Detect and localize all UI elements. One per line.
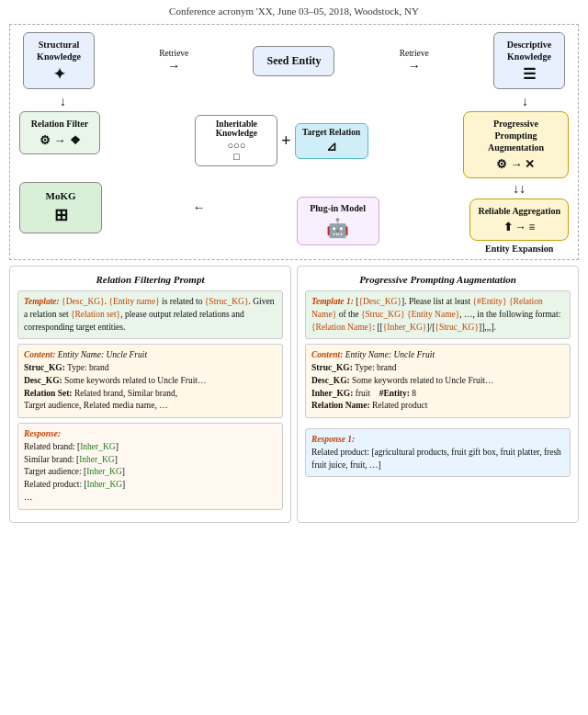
target-relation-label: Target Relation xyxy=(301,128,362,137)
retrieve-right-arrow: Retrieve → xyxy=(400,49,429,74)
ppa-box: Progressive PromptingAugmentation ⚙ → ✕ xyxy=(463,111,569,178)
left-relation-set-line: Relation Set: Related brand, Similar bra… xyxy=(24,389,177,398)
ppa-icon-2: ✕ xyxy=(525,157,535,172)
bottom-panels: Relation Filtering Prompt Template: {Des… xyxy=(9,266,579,523)
right-struc-line: Struc_KG: Type: brand xyxy=(311,363,397,372)
arrow-filter-icon: → xyxy=(54,133,66,148)
left-target-line: Target audience, Related media name, … xyxy=(24,401,168,410)
descriptive-knowledge-box: DescriptiveKnowledge ☰ xyxy=(493,32,565,89)
structural-knowledge-box: StructuralKnowledge ✦ xyxy=(23,32,95,89)
reliable-aggregation-box: Reliable Aggregation ⬆ → ≡ xyxy=(469,199,569,241)
right-content-section: Content: Entity Name: Uncle Fruit Struc_… xyxy=(305,344,571,418)
right-relation-line: Relation Name: Related product xyxy=(311,401,427,410)
plugin-model-label: Plug-in Model xyxy=(310,203,366,213)
left-content-text: Entity Name: Uncle Fruit xyxy=(58,350,147,359)
left-response-text: Related brand: [Inher_KG]Similar brand: … xyxy=(24,442,125,502)
left-content-label: Content: xyxy=(24,350,55,359)
target-relation-box: Target Relation ⊿ xyxy=(295,123,368,159)
retrieve-right-label: Retrieve xyxy=(400,49,429,58)
left-template-label: Template: xyxy=(24,297,60,306)
retrieve-left-arrow: Retrieve → xyxy=(159,49,188,74)
down-arrow-struct: ↓ xyxy=(60,95,66,109)
agg-icon-2: ≡ xyxy=(529,221,536,234)
descriptive-knowledge-icon: ☰ xyxy=(523,65,536,83)
reliable-aggregation-label: Reliable Aggregation xyxy=(478,205,560,217)
ppa-icon-1: ⚙ xyxy=(496,157,507,172)
retrieve-left-label: Retrieve xyxy=(159,49,188,58)
right-content-label: Content: xyxy=(311,350,343,359)
plugin-model-icon: 🤖 xyxy=(326,217,349,239)
arrow-right-2-icon: → xyxy=(408,59,421,74)
ppa-label: Progressive PromptingAugmentation xyxy=(471,118,560,153)
ppa-arrow-icon: → xyxy=(510,157,522,172)
descriptive-knowledge-label: DescriptiveKnowledge xyxy=(507,39,551,62)
seed-entity-box: Seed Entity xyxy=(253,46,334,76)
right-template1-label: Template 1: xyxy=(311,297,354,306)
left-panel-title: Relation Filtering Prompt xyxy=(17,274,283,285)
left-desc-line: Desc_KG: Some keywords related to Uncle … xyxy=(24,376,206,385)
mokg-box: MoKG ⊞ xyxy=(19,182,102,233)
relation-filter-label: Relation Filter xyxy=(31,118,88,130)
inheritable-knowledge-icon: ○○○□ xyxy=(201,140,271,162)
plugin-model-box: Plug-in Model 🤖 xyxy=(297,197,379,245)
page-header: Conference acronym 'XX, June 03–05, 2018… xyxy=(0,0,588,20)
left-panel: Relation Filtering Prompt Template: {Des… xyxy=(9,266,291,523)
right-response1-label: Response 1: xyxy=(311,435,355,444)
left-response-label: Response: xyxy=(24,429,61,438)
target-relation-icon: ⊿ xyxy=(301,139,362,154)
right-panel-title: Progressive Prompting Augmentation xyxy=(305,274,571,285)
right-response1-text: Related product: [agricultural products,… xyxy=(311,448,561,470)
relation-filter-box: Relation Filter ⚙ → ❖ xyxy=(19,111,100,154)
right-panel: Progressive Prompting Augmentation Templ… xyxy=(297,266,579,523)
left-template-section: Template: {Desc_KG}. {Entity name} is re… xyxy=(17,290,283,339)
down-arrow-desc: ↓ xyxy=(522,95,528,109)
structural-knowledge-label: StructuralKnowledge xyxy=(37,39,81,62)
mokg-label: MoKG xyxy=(46,190,76,201)
diagram-area: StructuralKnowledge ✦ Retrieve → Seed En… xyxy=(9,24,579,260)
right-content-text: Entity Name: Uncle Fruit xyxy=(345,350,435,359)
right-response-section: Response 1: Related product: [agricultur… xyxy=(305,428,571,477)
arrow-right-icon: → xyxy=(167,59,180,74)
left-template-text: {Desc_KG}. {Entity name} is related to {… xyxy=(24,297,274,332)
filter-output-icon: ❖ xyxy=(70,133,81,148)
header-text: Conference acronym 'XX, June 03–05, 2018… xyxy=(169,6,419,17)
inheritable-knowledge-label: InheritableKnowledge xyxy=(201,119,271,138)
left-struc-line: Struc_KG: Type: brand xyxy=(24,363,109,372)
seed-entity-label: Seed Entity xyxy=(266,54,321,68)
structural-knowledge-icon: ✦ xyxy=(53,65,65,83)
down-arrow-to-agg: ↓↓ xyxy=(513,182,526,197)
inheritable-knowledge-box: InheritableKnowledge ○○○□ xyxy=(195,115,277,166)
left-response-section: Response: Related brand: [Inher_KG]Simil… xyxy=(17,423,283,510)
plus-icon: + xyxy=(281,131,290,151)
left-content-section: Content: Entity Name: Uncle Fruit Struc_… xyxy=(17,344,283,418)
relation-filter-icon: ⚙ xyxy=(40,133,51,148)
mokg-icon: ⊞ xyxy=(54,205,68,225)
mokg-left-arrow: ← xyxy=(193,200,206,215)
agg-arrow-icon: → xyxy=(515,221,526,234)
right-template-section: Template 1: [{Desc_KG}]. Please list at … xyxy=(305,290,571,339)
right-inher-line: Inher_KG: fruit #Entity: 8 xyxy=(311,389,416,398)
entity-expansion-label: Entity Expansion xyxy=(485,244,553,254)
right-desc-line: Desc_KG: Some keywords related to Uncle … xyxy=(311,376,493,385)
agg-icon-1: ⬆ xyxy=(503,221,513,234)
